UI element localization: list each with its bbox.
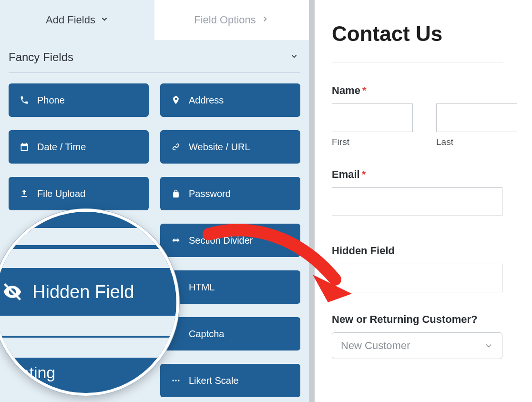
zoom-hidden-field-label: Hidden Field [32, 282, 134, 302]
left-panel: Add Fields Field Options Fancy Fields [0, 0, 315, 402]
divider [332, 62, 503, 62]
chevron-down-icon [484, 341, 493, 350]
field-datetime[interactable]: Date / Time [9, 130, 149, 164]
section-header[interactable]: Fancy Fields [0, 40, 309, 72]
required-asterisk: * [362, 168, 366, 180]
field-fileupload-label: File Upload [37, 188, 85, 199]
customer-type-value: New Customer [341, 340, 410, 352]
phone-icon [19, 95, 30, 105]
last-sublabel: Last [436, 137, 532, 147]
email-label-text: Email [332, 168, 360, 180]
field-address-label: Address [189, 95, 224, 106]
tab-field-options-label: Field Options [194, 14, 256, 26]
field-html-label: HTML [189, 282, 215, 293]
field-captcha[interactable]: Captcha [160, 317, 300, 350]
tab-add-fields-label: Add Fields [46, 14, 95, 26]
tab-add-fields[interactable]: Add Fields [0, 0, 154, 40]
last-name-input[interactable] [436, 103, 517, 132]
field-phone[interactable]: Phone [9, 83, 149, 117]
field-section-divider[interactable]: Section Divider [160, 224, 300, 257]
field-datetime-label: Date / Time [37, 142, 86, 153]
divider [9, 72, 300, 73]
hidden-field-input[interactable] [332, 264, 502, 292]
zoom-magnifier: Hidden Field Rating [0, 209, 179, 396]
svg-point-1 [175, 380, 176, 381]
tab-field-options[interactable]: Field Options [154, 0, 309, 40]
email-input[interactable] [332, 187, 502, 216]
customer-type-label: New or Returning Customer? [332, 313, 532, 326]
field-password-label: Password [189, 188, 231, 199]
first-name-input[interactable] [332, 103, 413, 132]
page-title: Contact Us [332, 22, 532, 46]
required-asterisk: * [362, 84, 367, 96]
map-pin-icon [171, 95, 181, 105]
field-website-label: Website / URL [189, 142, 250, 153]
field-website[interactable]: Website / URL [160, 130, 300, 164]
field-address[interactable]: Address [160, 83, 300, 117]
form-field-customer-type: New or Returning Customer? New Customer [332, 313, 532, 359]
calendar-icon [19, 142, 30, 152]
link-icon [171, 142, 181, 152]
name-label: Name* [332, 84, 532, 97]
chevron-right-icon [261, 14, 269, 26]
svg-point-2 [178, 380, 179, 381]
zoom-stripe [0, 316, 176, 336]
name-label-text: Name [332, 84, 360, 96]
hidden-field-label: Hidden Field [332, 245, 532, 257]
zoom-hidden-field-button[interactable]: Hidden Field [0, 278, 176, 306]
field-likert-label: Likert Scale [189, 375, 239, 386]
first-sublabel: First [332, 137, 428, 147]
svg-point-0 [173, 380, 174, 381]
field-fileupload[interactable]: File Upload [9, 177, 149, 210]
field-likert[interactable]: Likert Scale [160, 364, 300, 397]
field-section-divider-label: Section Divider [189, 235, 253, 246]
form-field-email: Email* [332, 168, 532, 216]
field-password[interactable]: Password [160, 177, 300, 210]
upload-icon [19, 189, 30, 198]
eye-off-icon [2, 281, 23, 302]
lock-icon [171, 189, 181, 198]
zoom-stripe [0, 249, 176, 268]
field-captcha-label: Captcha [189, 329, 225, 340]
chevron-down-icon [100, 14, 109, 26]
email-label: Email* [332, 168, 532, 181]
field-html[interactable]: HTML [160, 270, 300, 304]
arrows-horizontal-icon [171, 236, 181, 245]
form-field-hidden: Hidden Field [332, 245, 532, 292]
zoom-stripe [0, 338, 176, 358]
chevron-down-icon [290, 52, 298, 62]
customer-type-select[interactable]: New Customer [332, 332, 502, 359]
tabs: Add Fields Field Options [0, 0, 309, 40]
form-field-name: Name* First Last [332, 84, 532, 147]
dots-icon [171, 376, 181, 385]
form-preview: Contact Us Name* First Last Email* Hidde… [315, 0, 532, 402]
section-title: Fancy Fields [9, 51, 73, 64]
field-phone-label: Phone [37, 95, 65, 106]
